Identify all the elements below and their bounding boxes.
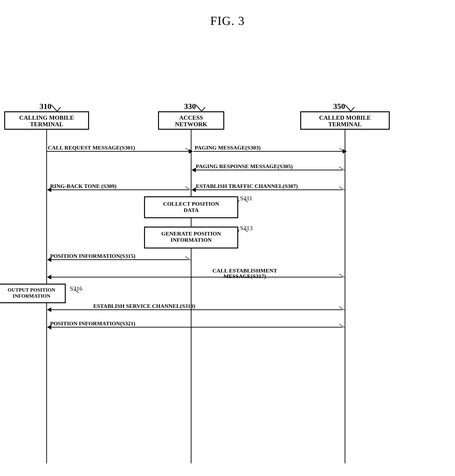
ref-350: 350 xyxy=(333,102,345,111)
s317-label-line1: CALL ESTABLISHMENT xyxy=(212,268,277,274)
page: FIG. 3 310 330 350 CALLING MOBILE TERMIN… xyxy=(0,0,455,476)
s319-arrowhead xyxy=(47,307,51,312)
calling-label-line1: CALLING MOBILE xyxy=(19,114,74,121)
called-label-line1: CALLED MOBILE xyxy=(319,114,371,121)
ref-330: 330 xyxy=(184,102,196,111)
s315-label: POSITION INFORMATION(S315) xyxy=(50,253,135,259)
s311-label-line2: DATA xyxy=(184,207,199,213)
s307-label: ESTABLISH TRAFFIC CHANNEL(S307) xyxy=(196,183,298,189)
s305-arrowhead xyxy=(192,168,196,172)
s305-label: PAGING RESPONSE MESSAGE(S305) xyxy=(196,163,293,169)
s313-label-line1: GENERATE POSITION xyxy=(161,230,221,237)
s316-label-line1: OUTPUT POSITION xyxy=(8,287,55,293)
s317-label-line2: MESSAGE(S317) xyxy=(224,273,266,279)
access-label-line1: ACCESS xyxy=(179,114,203,121)
called-label-line2: TERMINAL xyxy=(328,121,362,128)
s316-label-line2: INFORMATION xyxy=(13,293,50,299)
calling-label-line2: TERMINAL xyxy=(30,121,63,128)
s321-label: POSITION INFORMATION(S321) xyxy=(50,320,135,326)
access-label-line2: NETWORK xyxy=(175,121,207,128)
s317-arrowhead xyxy=(47,275,51,279)
s309-label: RING-BACK TONE (S309) xyxy=(50,183,116,189)
ref-310: 310 xyxy=(40,102,51,111)
s303-label: PAGING MESSAGE(S303) xyxy=(195,145,260,151)
figure-title: FIG. 3 xyxy=(0,0,455,28)
s307-arrowhead xyxy=(192,187,196,192)
s301-label: CALL REQUEST MESSAGE(S301) xyxy=(48,145,135,151)
s319-label: ESTABLISH SERVICE CHANNEL(S319) xyxy=(93,303,195,309)
s313-label-line2: INFORMATION xyxy=(171,237,212,243)
s311-label-line1: COLLECT POSITION xyxy=(163,201,219,207)
